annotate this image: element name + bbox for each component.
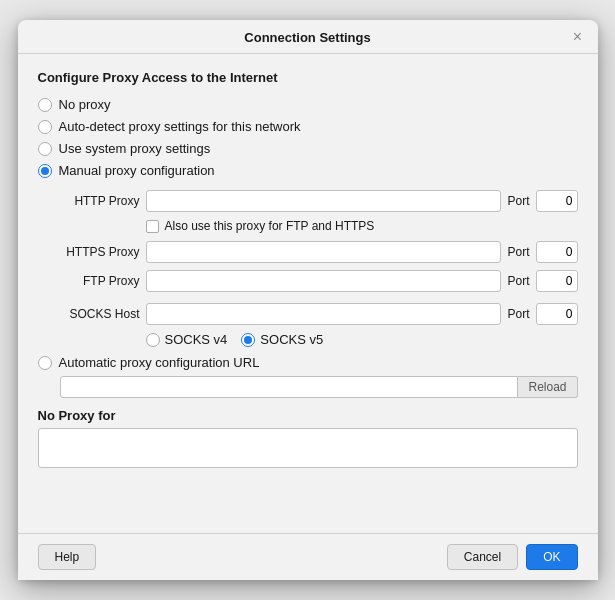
http-port-label: Port bbox=[507, 194, 529, 208]
dialog-footer: Help Cancel OK bbox=[18, 533, 598, 580]
radio-socks-v5[interactable]: SOCKS v5 bbox=[241, 332, 323, 347]
socks-port-input[interactable] bbox=[536, 303, 578, 325]
connection-settings-dialog: Connection Settings × Configure Proxy Ac… bbox=[18, 20, 598, 580]
radio-manual-proxy[interactable]: Manual proxy configuration bbox=[38, 163, 578, 178]
ok-button[interactable]: OK bbox=[526, 544, 577, 570]
http-proxy-input[interactable] bbox=[146, 190, 502, 212]
also-use-label: Also use this proxy for FTP and HTTPS bbox=[165, 219, 375, 233]
also-use-checkbox-row: Also use this proxy for FTP and HTTPS bbox=[146, 219, 578, 233]
ftp-proxy-row: FTP Proxy Port bbox=[60, 270, 578, 292]
https-port-input[interactable] bbox=[536, 241, 578, 263]
auto-proxy-url-input[interactable] bbox=[60, 376, 519, 398]
proxy-options-group: No proxy Auto-detect proxy settings for … bbox=[38, 97, 578, 178]
dialog-body: Configure Proxy Access to the Internet N… bbox=[18, 54, 598, 533]
also-use-checkbox[interactable] bbox=[146, 220, 159, 233]
no-proxy-input[interactable] bbox=[38, 428, 578, 468]
radio-manual-proxy-indicator bbox=[38, 164, 52, 178]
radio-socks-v5-indicator bbox=[241, 333, 255, 347]
reload-button[interactable]: Reload bbox=[518, 376, 577, 398]
no-proxy-label: No Proxy for bbox=[38, 408, 578, 423]
radio-auto-detect-label: Auto-detect proxy settings for this netw… bbox=[59, 119, 301, 134]
socks-host-input[interactable] bbox=[146, 303, 502, 325]
dialog-title: Connection Settings bbox=[244, 30, 370, 45]
http-proxy-label: HTTP Proxy bbox=[60, 194, 140, 208]
radio-socks-v4-indicator bbox=[146, 333, 160, 347]
ftp-proxy-input[interactable] bbox=[146, 270, 502, 292]
http-proxy-row: HTTP Proxy Port bbox=[60, 190, 578, 212]
radio-auto-proxy-url[interactable]: Automatic proxy configuration URL bbox=[38, 355, 578, 370]
socks-host-row: SOCKS Host Port bbox=[60, 303, 578, 325]
radio-no-proxy[interactable]: No proxy bbox=[38, 97, 578, 112]
https-proxy-row: HTTPS Proxy Port bbox=[60, 241, 578, 263]
radio-socks-v4[interactable]: SOCKS v4 bbox=[146, 332, 228, 347]
radio-socks-v4-label: SOCKS v4 bbox=[165, 332, 228, 347]
radio-system-proxy-label: Use system proxy settings bbox=[59, 141, 211, 156]
no-proxy-section: No Proxy for bbox=[38, 408, 578, 468]
radio-no-proxy-indicator bbox=[38, 98, 52, 112]
radio-auto-detect-indicator bbox=[38, 120, 52, 134]
radio-auto-proxy-indicator bbox=[38, 356, 52, 370]
radio-system-proxy[interactable]: Use system proxy settings bbox=[38, 141, 578, 156]
radio-manual-proxy-label: Manual proxy configuration bbox=[59, 163, 215, 178]
radio-auto-proxy-label: Automatic proxy configuration URL bbox=[59, 355, 260, 370]
radio-socks-v5-label: SOCKS v5 bbox=[260, 332, 323, 347]
auto-proxy-url-row: Reload bbox=[60, 376, 578, 398]
ftp-port-label: Port bbox=[507, 274, 529, 288]
title-bar: Connection Settings × bbox=[18, 20, 598, 54]
ftp-proxy-label: FTP Proxy bbox=[60, 274, 140, 288]
radio-auto-detect[interactable]: Auto-detect proxy settings for this netw… bbox=[38, 119, 578, 134]
help-button[interactable]: Help bbox=[38, 544, 97, 570]
radio-no-proxy-label: No proxy bbox=[59, 97, 111, 112]
section-title: Configure Proxy Access to the Internet bbox=[38, 70, 578, 85]
socks-version-row: SOCKS v4 SOCKS v5 bbox=[146, 332, 578, 347]
manual-proxy-fields: HTTP Proxy Port Also use this proxy for … bbox=[60, 190, 578, 347]
footer-right: Cancel OK bbox=[447, 544, 578, 570]
https-port-label: Port bbox=[507, 245, 529, 259]
cancel-button[interactable]: Cancel bbox=[447, 544, 518, 570]
footer-left: Help bbox=[38, 544, 97, 570]
close-button[interactable]: × bbox=[570, 29, 586, 45]
radio-system-proxy-indicator bbox=[38, 142, 52, 156]
socks-port-label: Port bbox=[507, 307, 529, 321]
ftp-port-input[interactable] bbox=[536, 270, 578, 292]
socks-host-label: SOCKS Host bbox=[60, 307, 140, 321]
https-proxy-input[interactable] bbox=[146, 241, 502, 263]
http-port-input[interactable] bbox=[536, 190, 578, 212]
auto-proxy-section: Automatic proxy configuration URL Reload bbox=[38, 355, 578, 398]
https-proxy-label: HTTPS Proxy bbox=[60, 245, 140, 259]
